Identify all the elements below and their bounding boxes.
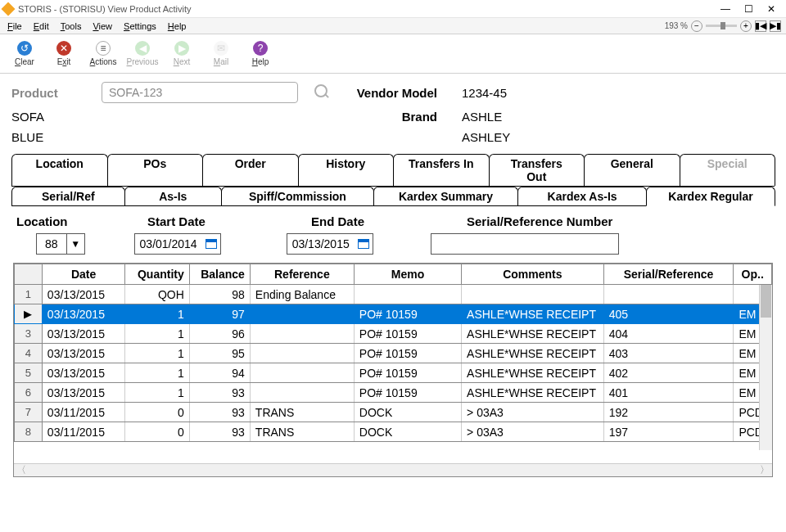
tab-serial-ref[interactable]: Serial/Ref xyxy=(11,187,125,205)
col-serial-reference[interactable]: Serial/Reference xyxy=(603,264,734,285)
vendor-model-value: 1234-45 xyxy=(462,86,585,100)
cell-memo: DOCK xyxy=(354,403,461,422)
tab-transfers-out[interactable]: Transfers Out xyxy=(489,154,585,186)
filter-start-label: Start Date xyxy=(147,214,278,228)
product-input[interactable] xyxy=(102,82,298,103)
col-comments[interactable]: Comments xyxy=(462,264,604,285)
col-quantity[interactable]: Quantity xyxy=(125,264,189,285)
next-icon: ▶ xyxy=(174,41,189,56)
exit-button[interactable]: ✕ Exit xyxy=(46,37,82,71)
filter-labels: Location Start Date End Date Serial/Refe… xyxy=(11,206,775,233)
calendar-icon[interactable] xyxy=(202,234,220,254)
actions-button[interactable]: ≡ Actions xyxy=(85,37,121,71)
scroll-right-icon[interactable]: 〉 xyxy=(757,464,772,476)
cell-date: 03/13/2015 xyxy=(42,285,125,304)
cell-comments: ASHLE*WHSE RECEIPT xyxy=(462,383,604,403)
actions-icon: ≡ xyxy=(96,41,111,56)
search-icon[interactable] xyxy=(314,84,331,101)
cell-comments: ASHLE*WHSE RECEIPT xyxy=(462,304,604,324)
cell-balance: 98 xyxy=(189,285,250,304)
nav-first-button[interactable]: ▮◀ xyxy=(755,20,766,32)
tab-history[interactable]: History xyxy=(298,154,395,186)
tab-kardex-summary[interactable]: Kardex Summary xyxy=(373,187,518,205)
end-date-field[interactable]: 03/13/2015 xyxy=(287,233,373,255)
clear-button[interactable]: ↺ Clear xyxy=(7,37,43,71)
cell-reference: Ending Balance xyxy=(250,285,354,304)
zoom-in-button[interactable]: + xyxy=(740,20,752,32)
col-op[interactable]: Op.. xyxy=(734,264,772,285)
table-row[interactable]: 103/13/2015QOH98Ending Balance xyxy=(15,285,772,304)
tab-general[interactable]: General xyxy=(584,154,680,186)
help-icon: ? xyxy=(253,41,268,56)
cell-reference xyxy=(250,363,354,383)
zoom-slider[interactable] xyxy=(706,25,737,27)
menu-edit[interactable]: Edit xyxy=(28,20,55,33)
scroll-left-icon[interactable]: 〈 xyxy=(14,464,29,476)
cell-serial-reference: 197 xyxy=(603,422,734,442)
brand-value-2: ASHLEY xyxy=(462,130,585,144)
table-row[interactable]: ▶03/13/2015197PO# 10159ASHLE*WHSE RECEIP… xyxy=(15,304,772,324)
col-memo[interactable]: Memo xyxy=(354,264,461,285)
tab-pos[interactable]: POs xyxy=(107,154,204,186)
cell-balance: 95 xyxy=(189,344,250,363)
start-date-field[interactable]: 03/01/2014 xyxy=(134,233,221,255)
table-row[interactable]: 403/13/2015195PO# 10159ASHLE*WHSE RECEIP… xyxy=(15,344,772,363)
serial-reference-input[interactable] xyxy=(431,233,619,255)
tab-order[interactable]: Order xyxy=(202,154,299,186)
cell-balance: 94 xyxy=(189,363,250,383)
tabs-row-2: Serial/Ref As-Is Spiff/Commission Kardex… xyxy=(11,187,775,206)
tab-kardex-as-is[interactable]: Kardex As-Is xyxy=(517,187,647,205)
chevron-down-icon[interactable]: ▼ xyxy=(66,234,84,254)
menu-settings[interactable]: Settings xyxy=(118,20,162,33)
cell-memo xyxy=(354,285,461,304)
row-number[interactable]: 7 xyxy=(15,403,43,422)
table-row[interactable]: 603/13/2015193PO# 10159ASHLE*WHSE RECEIP… xyxy=(15,383,772,403)
tabs-row-1: Location POs Order History Transfers In … xyxy=(11,154,775,187)
vertical-scrollbar[interactable] xyxy=(759,285,772,450)
table-row[interactable]: 303/13/2015196PO# 10159ASHLE*WHSE RECEIP… xyxy=(15,324,772,344)
zoom-out-button[interactable]: − xyxy=(691,20,702,32)
col-date[interactable]: Date xyxy=(42,264,125,285)
tab-location[interactable]: Location xyxy=(11,154,108,186)
tab-kardex-regular[interactable]: Kardex Regular xyxy=(646,187,775,206)
menu-tools[interactable]: Tools xyxy=(55,20,88,33)
col-balance[interactable]: Balance xyxy=(189,264,250,285)
help-button[interactable]: ? Help xyxy=(242,37,278,71)
tab-spiff-commission[interactable]: Spiff/Commission xyxy=(221,187,374,205)
nav-last-button[interactable]: ▶▮ xyxy=(770,20,781,32)
tab-as-is[interactable]: As-Is xyxy=(124,187,222,205)
maximize-button[interactable]: ☐ xyxy=(737,1,760,17)
tab-transfers-in[interactable]: Transfers In xyxy=(393,154,490,186)
calendar-icon[interactable] xyxy=(355,234,373,254)
close-button[interactable]: ✕ xyxy=(760,1,783,17)
table-row[interactable]: 803/11/2015093TRANSDOCK> 03A3197PCD xyxy=(15,422,772,442)
mail-icon: ✉ xyxy=(214,41,228,56)
table-row[interactable]: 503/13/2015194PO# 10159ASHLE*WHSE RECEIP… xyxy=(15,363,772,383)
col-reference[interactable]: Reference xyxy=(250,264,354,285)
menu-view[interactable]: View xyxy=(87,20,118,33)
cell-serial-reference: 401 xyxy=(603,383,734,403)
row-number[interactable]: 5 xyxy=(15,363,43,383)
row-number[interactable]: 3 xyxy=(15,324,43,344)
cell-balance: 96 xyxy=(189,324,250,344)
row-number[interactable]: 6 xyxy=(15,383,43,403)
tab-special[interactable]: Special xyxy=(680,154,776,186)
cell-quantity: 0 xyxy=(125,422,189,442)
row-number[interactable]: 1 xyxy=(15,285,43,304)
exit-icon: ✕ xyxy=(56,41,71,56)
row-number[interactable]: 4 xyxy=(15,344,43,363)
row-number[interactable]: 8 xyxy=(15,422,43,442)
location-combo[interactable]: 88 ▼ xyxy=(36,233,85,255)
product-desc-1: SOFA xyxy=(11,110,102,124)
minimize-button[interactable]: — xyxy=(714,1,737,17)
mail-button: ✉ Mail xyxy=(203,37,239,71)
table-row[interactable]: 703/11/2015093TRANSDOCK> 03A3192PCD xyxy=(15,403,772,422)
row-number[interactable]: ▶ xyxy=(15,304,43,324)
menu-help[interactable]: Help xyxy=(162,20,192,33)
cell-quantity: 1 xyxy=(125,383,189,403)
cell-date: 03/11/2015 xyxy=(42,422,125,442)
filter-inputs: 88 ▼ 03/01/2014 03/13/2015 xyxy=(11,233,775,263)
horizontal-scrollbar[interactable]: 〈 〉 xyxy=(14,463,772,476)
menu-file[interactable]: File xyxy=(2,20,28,33)
cell-comments: ASHLE*WHSE RECEIPT xyxy=(462,324,604,344)
